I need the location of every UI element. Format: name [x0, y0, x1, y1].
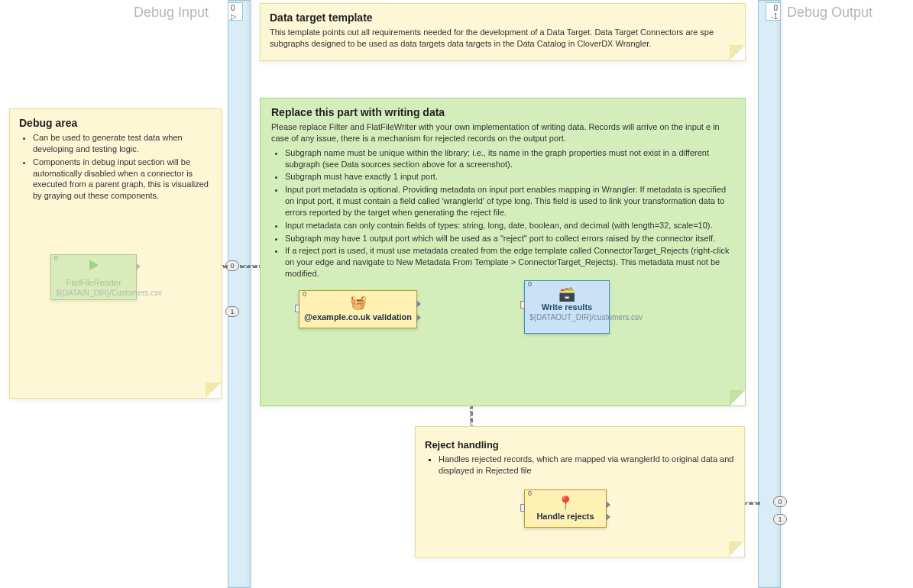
writer-icon: 🗃️: [556, 286, 578, 302]
debug-input-label: Debug Input: [134, 5, 209, 21]
component-port-label: 0: [528, 280, 532, 288]
note-data-target-template: Data target template This template point…: [260, 3, 746, 61]
rail-right-sub: -1: [771, 12, 778, 21]
out-port-icon: [606, 501, 610, 509]
note-fold-icon: [206, 383, 221, 398]
note-fold-icon: [730, 45, 745, 60]
component-port-label: 0: [54, 254, 58, 262]
note-debug-area: Debug area Can be used to generate test …: [9, 108, 222, 399]
debug-output-label: Debug Output: [787, 5, 873, 21]
component-title: FlatFileReader: [56, 278, 131, 287]
component-write-results[interactable]: 0 🗃️ Write results ${DATAOUT_DIR}/custom…: [524, 280, 610, 334]
note-reject-title: Reject handling: [425, 439, 735, 451]
out-port-icon: [136, 263, 141, 270]
component-port-label: 0: [303, 290, 306, 298]
note-reject-item: Handles rejected records, which are mapp…: [439, 454, 735, 477]
filter-icon: 🧺: [348, 296, 369, 312]
note-fold-icon: [730, 390, 745, 405]
input-port-1[interactable]: 1: [225, 306, 239, 317]
rail-left-glyph: ▷: [231, 12, 237, 21]
greenbox-title: Replace this part with writing data: [271, 106, 734, 118]
out-port-icon: [606, 513, 610, 521]
component-title: Write results: [529, 302, 604, 312]
out-port-icon: [416, 300, 421, 308]
rail-right-tab: 0 -1: [766, 2, 781, 21]
greenbox-list: Subgraph name must be unique within the …: [271, 147, 734, 279]
note-debug-item: Components in debug input section will b…: [33, 157, 212, 202]
greenbox-item: Subgraph name must be unique within the …: [285, 147, 734, 170]
note-debug-list: Can be used to generate test data when d…: [19, 132, 212, 202]
component-flat-file-reader[interactable]: 0 FlatFileReader ${DATAIN_DIR}/Customers…: [50, 254, 137, 300]
rail-left-tab: 0 ▷: [228, 2, 243, 21]
note-reject-list: Handles rejected records, which are mapp…: [425, 454, 735, 477]
component-title: Handle rejects: [529, 512, 601, 521]
output-port-1[interactable]: 1: [773, 514, 787, 525]
note-template-body: This template points out all requirement…: [270, 27, 736, 50]
component-title: @example.co.uk validation: [304, 312, 412, 321]
greenbox-item: Subgraph must have exactly 1 input port.: [285, 171, 734, 183]
in-port-icon: [295, 305, 299, 312]
note-debug-title: Debug area: [19, 117, 212, 129]
file-arrow-icon: [83, 260, 105, 276]
rail-left-num: 0: [231, 4, 235, 12]
greenbox-item: If a reject port is used, it must use me…: [285, 245, 734, 279]
component-subtitle: ${DATAOUT_DIR}/customers.csv: [529, 313, 604, 321]
component-port-label: 0: [528, 489, 532, 497]
in-port-icon: [520, 504, 525, 512]
note-replace-writing-data: Replace this part with writing data Plea…: [260, 98, 746, 406]
greenbox-intro: Please replace Filter and FlatFileWriter…: [271, 121, 734, 144]
greenbox-item: Input metadata can only contain fields o…: [285, 220, 734, 231]
subgraph-input-rail[interactable]: 0 ▷: [228, 0, 251, 588]
greenbox-item: Subgraph may have 1 output port which wi…: [285, 233, 734, 244]
note-template-title: Data target template: [270, 11, 736, 24]
greenbox-item: Input port metadata is optional. Providi…: [285, 184, 734, 218]
component-handle-rejects[interactable]: 0 📍 Handle rejects: [524, 489, 607, 528]
component-subtitle: ${DATAIN_DIR}/Customers.csv: [56, 289, 131, 297]
in-port-icon: [520, 301, 525, 309]
note-fold-icon: [729, 541, 744, 557]
output-port-0[interactable]: 0: [773, 496, 787, 507]
note-debug-item: Can be used to generate test data when d…: [33, 132, 212, 155]
map-pin-icon: 📍: [555, 495, 576, 512]
component-filter-validation[interactable]: 0 🧺 @example.co.uk validation: [299, 290, 417, 328]
out-port-icon: [416, 314, 421, 321]
rail-right-num: 0: [773, 4, 778, 12]
